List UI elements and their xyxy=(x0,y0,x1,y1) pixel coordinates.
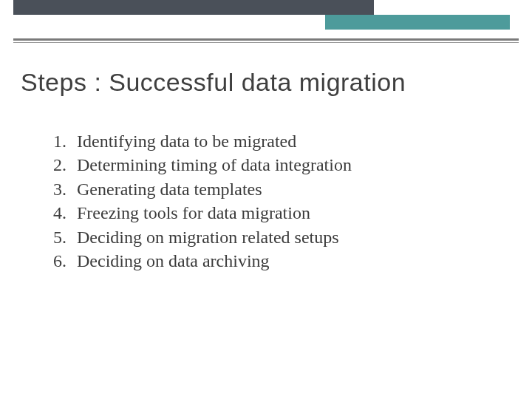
item-number: 1. xyxy=(35,129,77,153)
item-number: 5. xyxy=(35,225,77,249)
item-number: 2. xyxy=(35,153,77,177)
accent-bar-teal xyxy=(325,15,510,30)
item-text: Deciding on data archiving xyxy=(77,249,270,273)
slide-title: Steps : Successful data migration xyxy=(21,68,406,97)
item-text: Deciding on migration related setups xyxy=(77,225,339,249)
divider-thin xyxy=(13,42,519,43)
item-number: 3. xyxy=(35,177,77,201)
list-item: 3. Generating data templates xyxy=(35,177,352,201)
steps-list: 1. Identifying data to be migrated 2. De… xyxy=(35,129,352,273)
item-number: 4. xyxy=(35,201,77,225)
item-text: Determining timing of data integration xyxy=(77,153,352,177)
accent-bar-dark xyxy=(13,0,374,15)
item-text: Freezing tools for data migration xyxy=(77,201,310,225)
item-text: Identifying data to be migrated xyxy=(77,129,296,153)
item-text: Generating data templates xyxy=(77,177,262,201)
divider-thick xyxy=(13,38,519,41)
list-item: 2. Determining timing of data integratio… xyxy=(35,153,352,177)
list-item: 1. Identifying data to be migrated xyxy=(35,129,352,153)
slide: Steps : Successful data migration 1. Ide… xyxy=(0,0,532,399)
list-item: 6. Deciding on data archiving xyxy=(35,249,352,273)
list-item: 5. Deciding on migration related setups xyxy=(35,225,352,249)
item-number: 6. xyxy=(35,249,77,273)
list-item: 4. Freezing tools for data migration xyxy=(35,201,352,225)
